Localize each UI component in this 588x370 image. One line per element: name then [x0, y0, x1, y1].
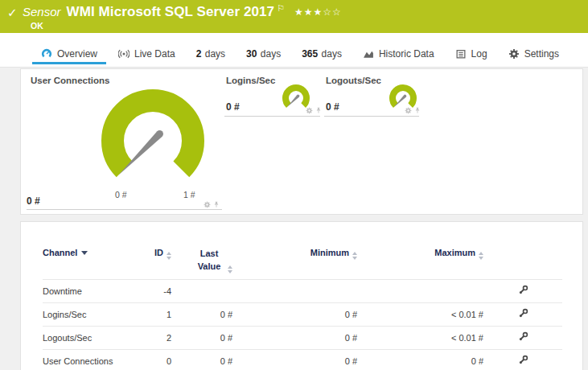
channel-minimum: 0 #	[232, 326, 357, 349]
channel-last-value: 0 #	[171, 349, 232, 370]
channel-last-value: 0 #	[171, 302, 232, 326]
log-icon	[455, 48, 467, 60]
gauge-scale-min: 0 #	[115, 190, 127, 199]
tab-label: Log	[471, 48, 487, 60]
stars-filled[interactable]: ★★★	[294, 6, 323, 18]
tab-label: Live Data	[134, 48, 175, 60]
divider	[324, 116, 419, 117]
channel-minimum: 0 #	[232, 349, 357, 370]
gauge-actions	[306, 106, 322, 114]
user-connections-gauge	[100, 88, 206, 179]
tab-30-days[interactable]: 30 days	[236, 41, 291, 67]
sensor-title: WMI Microsoft SQL Server 2017	[67, 4, 275, 20]
gear-icon[interactable]	[204, 201, 211, 208]
tab-settings[interactable]: Settings	[498, 41, 569, 67]
column-header-minimum[interactable]: Minimum	[232, 246, 357, 279]
channel-name: Downtime	[43, 279, 139, 302]
channels-table: Channel ID Last Value Minimum Maximum Do…	[43, 246, 562, 370]
stars-empty[interactable]: ☆☆	[323, 6, 342, 18]
channel-maximum: < 0.01 #	[357, 302, 483, 326]
gauge-icon	[41, 48, 52, 60]
status-badge: OK	[31, 21, 43, 31]
tab-live-data[interactable]: Live Data	[108, 41, 186, 67]
gauges-panel: User Connections 0 # 1 # 0 # Logins/Sec …	[20, 68, 583, 215]
tab-overview[interactable]: Overview	[31, 41, 108, 67]
tab-label: Overview	[57, 48, 97, 60]
channel-last-value: 0 #	[171, 326, 232, 349]
gauge-value: 0 #	[326, 101, 339, 113]
tab-365-days[interactable]: 365 days	[291, 41, 352, 67]
divider	[27, 209, 222, 210]
gauge-actions	[204, 200, 220, 208]
channel-maximum	[357, 279, 483, 302]
table-header-row: Channel ID Last Value Minimum Maximum	[43, 246, 562, 279]
channel-id: 2	[139, 326, 171, 349]
column-header-last-value[interactable]: Last Value	[171, 246, 232, 279]
sensor-type-label: Sensor	[23, 5, 61, 18]
channel-minimum: 0 #	[232, 302, 357, 326]
channel-id: 1	[139, 302, 171, 326]
gauge-scale-max: 1 #	[183, 190, 195, 199]
channel-name: User Connections	[43, 349, 139, 370]
table-row: Logins/Sec 1 0 # 0 # < 0.01 #	[43, 302, 562, 326]
channel-maximum: < 0.01 #	[357, 326, 483, 349]
divider	[224, 116, 320, 117]
channel-name: Logins/Sec	[43, 302, 139, 326]
status-ok-check-icon: ✓	[7, 6, 18, 20]
gauge-title: User Connections	[31, 76, 109, 85]
pin-icon[interactable]	[414, 106, 421, 114]
channel-settings-icon[interactable]	[518, 355, 528, 365]
sort-icon	[167, 252, 171, 260]
channel-settings-icon[interactable]	[518, 331, 528, 342]
channel-settings-icon[interactable]	[518, 285, 528, 295]
channel-last-value	[171, 279, 232, 302]
gear-icon[interactable]	[306, 107, 313, 114]
column-header-id[interactable]: ID	[139, 246, 171, 279]
tab-label: Historic Data	[379, 48, 434, 60]
broadcast-icon	[118, 48, 130, 60]
column-header-channel[interactable]: Channel	[43, 246, 139, 279]
tab-label: days	[205, 48, 225, 60]
tab-label: days	[261, 48, 281, 60]
sensor-header: ✓ Sensor WMI Microsoft SQL Server 2017 ⚐…	[0, 0, 588, 33]
priority-rating[interactable]: ★★★☆☆	[294, 6, 342, 18]
tab-historic-data[interactable]: Historic Data	[352, 41, 445, 67]
gauge-title: Logouts/Sec	[326, 76, 381, 85]
table-row: Logouts/Sec 2 0 # 0 # < 0.01 #	[43, 326, 562, 349]
channel-id: 0	[139, 349, 171, 370]
gauge-actions	[405, 106, 421, 114]
channel-maximum: 0 #	[357, 349, 483, 370]
tab-label: days	[322, 48, 342, 60]
channel-settings-icon[interactable]	[518, 308, 528, 319]
sort-icon	[352, 252, 357, 260]
gear-icon	[508, 48, 520, 60]
sort-icon	[479, 252, 483, 260]
channels-panel: Channel ID Last Value Minimum Maximum Do…	[20, 221, 583, 370]
column-header-maximum[interactable]: Maximum	[357, 246, 483, 279]
channel-id: -4	[139, 279, 171, 302]
pin-icon[interactable]	[315, 106, 322, 114]
gauge-value: 0 #	[226, 101, 240, 113]
table-row: User Connections 0 0 # 0 # 0 #	[43, 349, 562, 370]
pin-icon[interactable]	[213, 200, 220, 208]
channel-name: Logouts/Sec	[43, 326, 139, 349]
chart-icon	[363, 48, 374, 60]
gauge-title: Logins/Sec	[226, 76, 275, 85]
gauge-value: 0 #	[27, 195, 40, 207]
gear-icon[interactable]	[405, 107, 412, 114]
tab-2-days[interactable]: 2 days	[186, 41, 236, 67]
sort-icon	[228, 265, 232, 273]
tab-log[interactable]: Log	[445, 41, 498, 67]
tab-label: Settings	[524, 48, 559, 60]
channel-minimum	[232, 279, 357, 302]
sort-caret-icon	[81, 251, 88, 255]
column-header-settings	[483, 246, 562, 279]
flag-icon[interactable]: ⚐	[277, 3, 285, 14]
tab-bar: Overview Live Data 2 days 30 days 365 da…	[0, 33, 588, 68]
table-row: Downtime -4	[43, 279, 562, 302]
